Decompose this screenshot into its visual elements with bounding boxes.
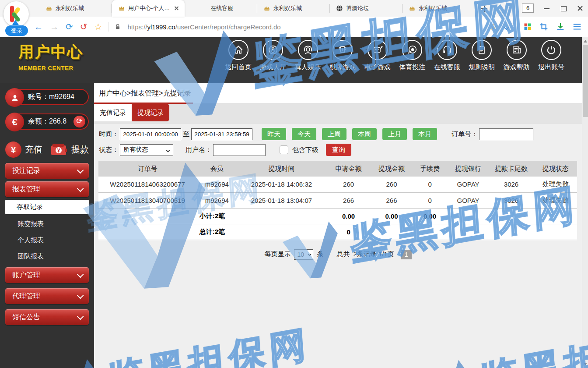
submenu-team-report[interactable]: 团队报表 — [0, 248, 94, 265]
chevron-down-icon — [77, 271, 84, 278]
quick-last-month-button[interactable]: 上月 — [382, 128, 407, 140]
apps-grid-icon[interactable] — [523, 22, 532, 31]
download-icon[interactable] — [556, 22, 565, 32]
back-icon[interactable]: ← — [34, 22, 43, 31]
col-card-tail: 提款卡尾数 — [489, 161, 534, 177]
minimize-button[interactable] — [543, 5, 550, 12]
user-icon — [5, 88, 24, 107]
nav-slots[interactable]: 电子游戏 — [360, 40, 395, 71]
chevron-down-icon — [77, 313, 84, 320]
reload-icon[interactable]: ⟳ — [66, 22, 73, 31]
tab-recharge-records[interactable]: 充值记录 — [94, 104, 132, 121]
nav-sports[interactable]: 体育投注 — [395, 40, 430, 71]
url-scheme: https:// — [127, 23, 147, 31]
favorite-star-icon[interactable]: ☆ — [490, 22, 497, 31]
scroll-up-icon[interactable] — [584, 40, 587, 42]
browser-tab-2-active[interactable]: 用户中心-个人总览 — [112, 0, 185, 17]
nav-card-games[interactable]: 棋牌游戏 — [326, 40, 360, 71]
nav-online-service[interactable]: 在线客服 — [430, 40, 465, 71]
include-sub-checkbox[interactable] — [280, 145, 288, 154]
menu-hamburger-icon[interactable] — [572, 22, 582, 32]
username-input[interactable] — [213, 144, 266, 156]
maximize-button[interactable] — [560, 5, 567, 12]
status-cell: 处理失败 — [534, 177, 577, 192]
yen-icon: ¥ — [5, 142, 21, 158]
date-from-input[interactable] — [120, 128, 181, 140]
per-page-select[interactable]: 10 — [294, 249, 313, 260]
forward-icon[interactable]: → — [50, 22, 59, 31]
total-records-label: 总共 — [336, 250, 350, 258]
balance-label: 余额：266.8 — [28, 117, 66, 126]
col-withdraw-time: 提现时间 — [237, 161, 326, 177]
browser-tab-3[interactable]: 在线客服 — [185, 0, 257, 17]
scroll-down-icon[interactable] — [584, 363, 587, 365]
tab-title: 永利娱乐城 — [56, 4, 108, 12]
page-number-button[interactable]: 1 — [401, 250, 412, 259]
quick-yesterday-button[interactable]: 昨天 — [262, 128, 286, 140]
nav-logout[interactable]: 退出账号 — [534, 40, 569, 71]
tab-withdraw-records[interactable]: 提现记录 — [132, 104, 169, 121]
browser-tab-1[interactable]: 永利娱乐城 — [39, 0, 112, 17]
withdraw-button[interactable]: ¥ 提款 — [50, 143, 89, 157]
tab-count-badge[interactable]: 6 — [522, 4, 534, 13]
subtotal-row: 小计:2笔 0.00 0.00 0.00 — [98, 208, 577, 224]
chevron-down-icon — [308, 252, 312, 256]
close-window-button[interactable] — [577, 5, 584, 12]
record-tab-band: 充值记录 提现记录 — [94, 104, 582, 124]
time-label: 时间： — [99, 130, 119, 138]
screenshot-crop-icon[interactable] — [539, 22, 549, 32]
recharge-button[interactable]: ¥ 充值 — [5, 142, 42, 158]
site-logo[interactable]: 用户中心 MEMBER CENTER — [18, 42, 97, 71]
nav-live-casino[interactable]: 真人娱乐 — [290, 40, 326, 71]
quick-today-button[interactable]: 今天 — [292, 128, 316, 140]
submenu-deposit-withdraw-records[interactable]: 存取记录 — [5, 200, 89, 214]
order-no-input[interactable] — [479, 128, 533, 140]
tab-title: 永利娱乐城 — [419, 4, 471, 12]
browser-logo[interactable] — [4, 1, 29, 27]
table-row: W2025011813040700519 m92694 2025-01-18 1… — [98, 192, 577, 208]
menu-agent-management[interactable]: 代理管理 — [5, 288, 89, 304]
bookmark-star-icon[interactable]: ☆ — [94, 22, 102, 31]
quick-last-week-button[interactable]: 上周 — [322, 128, 346, 140]
chevron-down-icon[interactable] — [504, 25, 509, 29]
wallet-icon: ¥ — [50, 143, 68, 157]
scrollbar-thumb[interactable] — [583, 45, 588, 117]
new-tab-button[interactable] — [479, 3, 490, 14]
page-scrollbar[interactable] — [582, 37, 588, 368]
browser-tab-5[interactable]: 博澳论坛 — [330, 0, 402, 17]
login-button[interactable]: 登录 — [5, 25, 28, 36]
submenu-account-change-report[interactable]: 账变报表 — [0, 216, 94, 232]
total-label: 总计:2笔 — [98, 224, 326, 240]
tab-strip: 永利娱乐城 用户中心-个人总览 在线客服 永利娱乐城 博澳论坛 永利娱乐城 — [0, 0, 588, 17]
quick-this-month-button[interactable]: 本月 — [413, 128, 437, 140]
nav-game-hall[interactable]: 游戏大厅 — [256, 40, 291, 71]
submenu-personal-report[interactable]: 个人报表 — [0, 232, 94, 248]
refresh-balance-icon[interactable]: ⟳ — [74, 116, 85, 127]
close-tab-icon[interactable] — [173, 5, 180, 12]
undo-icon[interactable]: ↺ — [80, 22, 88, 31]
search-button[interactable]: 查询 — [326, 144, 351, 156]
url-host: yl1999.co — [147, 23, 175, 31]
browser-tab-4[interactable]: 永利娱乐城 — [257, 0, 330, 17]
nav-home[interactable]: 返回首页 — [221, 40, 256, 71]
date-to-input[interactable] — [191, 128, 252, 140]
col-apply-amount: 申请金额 — [326, 161, 371, 177]
tab-title: 用户中心-个人总览 — [128, 4, 172, 12]
order-no-label: 订单号： — [452, 130, 478, 138]
live-dealer-icon — [302, 44, 314, 56]
menu-report-management[interactable]: 报表管理 — [5, 181, 89, 197]
nav-help[interactable]: 游戏帮助 — [499, 40, 534, 71]
quick-this-week-button[interactable]: 本周 — [352, 128, 377, 140]
table-header-row: 订单号 会员 提现时间 申请金额 提现金额 手续费 提现银行 提款卡尾数 提现状… — [98, 161, 577, 177]
browser-tab-6[interactable]: 永利娱乐城 — [402, 0, 475, 17]
menu-sms-announcement[interactable]: 短信公告 — [5, 309, 89, 325]
menu-account-management[interactable]: 账户管理 — [5, 267, 89, 283]
menu-bet-records[interactable]: 投注记录 — [5, 163, 89, 179]
nav-rules[interactable]: 规则说明 — [465, 40, 500, 71]
logo-subtitle: MEMBER CENTER — [18, 65, 97, 71]
col-bank: 提现银行 — [448, 161, 489, 177]
header-nav: 返回首页 游戏大厅 真人娱乐 棋牌游戏 电子游戏 体育投注 在线客服 规则说明 — [221, 40, 569, 71]
power-icon — [546, 44, 557, 56]
url-field[interactable]: https://yl1999.co/userCenter/report/char… — [127, 23, 280, 31]
status-select[interactable]: 所有状态 — [120, 144, 173, 156]
